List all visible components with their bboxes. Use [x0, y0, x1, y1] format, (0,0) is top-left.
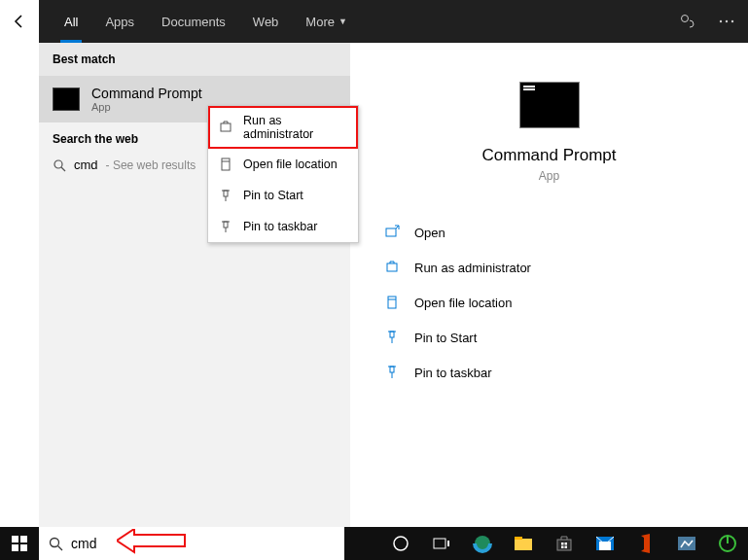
- svg-rect-38: [557, 540, 571, 550]
- svg-rect-36: [515, 539, 532, 550]
- taskbar-search[interactable]: [39, 527, 344, 560]
- ctx-pin-start[interactable]: Pin to Start: [208, 180, 358, 211]
- svg-rect-32: [434, 539, 445, 548]
- action-label: Pin to taskbar: [414, 366, 492, 380]
- start-button[interactable]: [0, 527, 39, 560]
- svg-rect-42: [565, 546, 568, 549]
- svg-point-0: [682, 16, 689, 22]
- more-options-icon[interactable]: [713, 8, 740, 35]
- svg-rect-40: [565, 542, 568, 545]
- action-run-as-admin[interactable]: Run as administrator: [379, 253, 719, 282]
- tab-label: Apps: [105, 15, 134, 29]
- svg-rect-6: [221, 123, 231, 131]
- ctx-run-as-admin[interactable]: Run as administrator: [208, 106, 358, 149]
- app-icon[interactable]: [666, 527, 707, 560]
- shield-icon: [218, 120, 233, 135]
- office-icon[interactable]: [625, 527, 666, 560]
- ctx-open-location[interactable]: Open file location: [208, 149, 358, 180]
- open-icon: [383, 224, 401, 241]
- annotation-arrow: [117, 529, 187, 556]
- svg-rect-7: [222, 158, 230, 170]
- shield-icon: [383, 259, 401, 276]
- store-icon[interactable]: [544, 527, 585, 560]
- preview-subtitle: App: [379, 169, 719, 183]
- svg-rect-17: [388, 297, 396, 308]
- action-label: Pin to Start: [414, 331, 477, 345]
- svg-rect-28: [20, 544, 27, 551]
- web-term: cmd: [74, 158, 98, 172]
- web-hint: - See web results: [106, 158, 196, 172]
- action-label: Open file location: [414, 296, 512, 310]
- power-icon[interactable]: [707, 527, 748, 560]
- pin-taskbar-icon: [218, 219, 233, 234]
- explorer-icon[interactable]: [503, 527, 544, 560]
- cmd-thumbnail-icon: [53, 88, 80, 111]
- action-label: Open: [414, 226, 445, 240]
- svg-point-31: [394, 537, 408, 550]
- tab-label: Documents: [161, 15, 226, 29]
- pin-start-icon: [383, 329, 401, 346]
- taskbar: [0, 527, 748, 560]
- tab-more[interactable]: More▼: [292, 0, 361, 43]
- svg-rect-41: [561, 546, 564, 549]
- result-title: Command Prompt: [91, 86, 202, 101]
- svg-rect-37: [515, 537, 522, 540]
- context-menu: Run as administrator Open file location …: [207, 105, 359, 243]
- tab-documents[interactable]: Documents: [148, 0, 239, 43]
- action-pin-start[interactable]: Pin to Start: [379, 323, 719, 352]
- search-icon: [53, 158, 66, 172]
- svg-rect-26: [20, 536, 27, 542]
- tab-label: All: [64, 15, 78, 29]
- svg-point-3: [731, 20, 733, 22]
- tab-all[interactable]: All: [51, 0, 91, 43]
- best-match-heading: Best match: [39, 43, 350, 76]
- tab-web[interactable]: Web: [239, 0, 293, 43]
- task-view-icon[interactable]: [421, 527, 462, 560]
- ctx-label: Run as administrator: [243, 114, 348, 141]
- action-list: Open Run as administrator Open file loca…: [379, 218, 719, 387]
- ctx-label: Open file location: [243, 158, 338, 171]
- preview-title: Command Prompt: [379, 146, 719, 165]
- svg-rect-16: [387, 263, 397, 271]
- chevron-down-icon: ▼: [338, 17, 347, 26]
- tab-apps[interactable]: Apps: [91, 0, 148, 43]
- result-subtitle: App: [91, 101, 202, 113]
- svg-rect-12: [224, 222, 228, 228]
- pin-start-icon: [218, 188, 233, 203]
- svg-point-4: [54, 160, 62, 168]
- edge-icon[interactable]: [462, 527, 503, 560]
- svg-rect-25: [12, 536, 18, 542]
- svg-rect-44: [599, 542, 611, 550]
- cortana-icon[interactable]: [380, 527, 421, 560]
- svg-line-5: [61, 167, 65, 171]
- svg-line-30: [58, 545, 63, 550]
- tab-label: Web: [253, 15, 279, 29]
- action-open[interactable]: Open: [379, 218, 719, 247]
- folder-icon: [383, 294, 401, 311]
- svg-rect-22: [390, 367, 394, 372]
- svg-rect-19: [390, 332, 394, 337]
- action-open-location[interactable]: Open file location: [379, 288, 719, 317]
- svg-rect-39: [561, 542, 564, 545]
- feedback-icon[interactable]: [674, 8, 701, 35]
- search-icon: [49, 537, 63, 551]
- pin-taskbar-icon: [383, 364, 401, 381]
- ctx-label: Pin to taskbar: [243, 220, 317, 233]
- preview-thumbnail-icon: [519, 82, 580, 128]
- ctx-pin-taskbar[interactable]: Pin to taskbar: [208, 211, 358, 242]
- search-header: All Apps Documents Web More▼: [0, 0, 748, 43]
- back-button[interactable]: [0, 0, 39, 43]
- svg-point-29: [51, 538, 59, 546]
- action-pin-taskbar[interactable]: Pin to taskbar: [379, 358, 719, 387]
- filter-tabs: All Apps Documents Web More▼: [39, 0, 361, 43]
- svg-rect-15: [386, 228, 396, 236]
- svg-rect-9: [224, 191, 228, 196]
- search-input[interactable]: [71, 536, 335, 551]
- svg-point-2: [726, 20, 728, 22]
- preview-panel: Command Prompt App Open Run as administr…: [350, 43, 748, 527]
- mail-icon[interactable]: [585, 527, 625, 560]
- action-label: Run as administrator: [414, 261, 531, 275]
- svg-rect-27: [12, 544, 18, 551]
- folder-icon: [218, 157, 233, 172]
- tab-label: More: [305, 15, 335, 29]
